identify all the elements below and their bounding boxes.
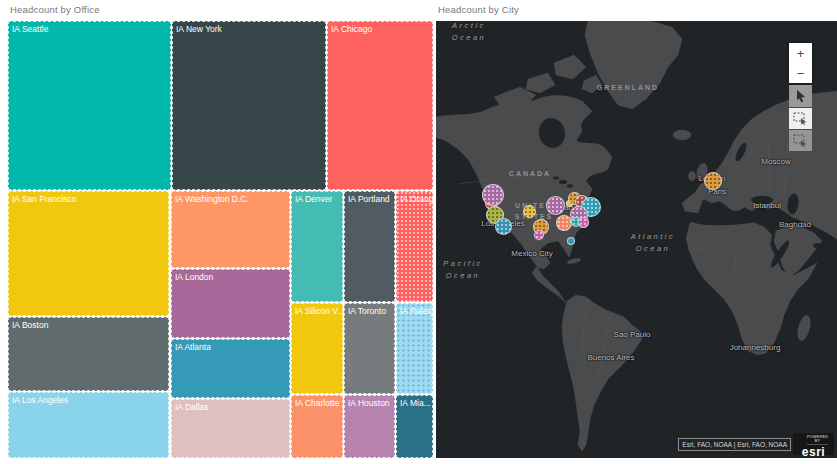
treemap-tile-label: IA Raleigh: [396, 303, 433, 316]
treemap-tile-label: IA Silicon V...: [291, 303, 343, 316]
treemap-tile-ia-silicon-v[interactable]: IA Silicon V...: [291, 303, 343, 394]
treemap-title: Headcount by Office: [8, 4, 433, 19]
treemap-tile-ia-houston[interactable]: IA Houston: [344, 395, 395, 458]
zoom-in-button[interactable]: +: [789, 43, 812, 63]
bubble-florida-blue[interactable]: [567, 237, 575, 245]
treemap-tile-label: IA Mia...: [396, 395, 433, 408]
treemap-tile-label: IA Denver: [291, 191, 343, 204]
treemap-tile-ia-denver[interactable]: IA Denver: [291, 191, 343, 302]
treemap-tile-ia-los-angeles[interactable]: IA Los Angeles: [8, 392, 169, 458]
treemap-tile-label: IA Chicago: [327, 21, 433, 34]
treemap-tile-ia-orang[interactable]: IA Orang...: [396, 191, 433, 302]
treemap-tile-ia-dallas[interactable]: IA Dallas: [171, 399, 290, 458]
treemap-tile-ia-toronto[interactable]: IA Toronto: [344, 303, 395, 394]
treemap-tile-ia-raleigh[interactable]: IA Raleigh: [396, 303, 433, 394]
report-canvas: Headcount by Office IA SeattleIA New Yor…: [0, 0, 837, 464]
bubble-east-magenta[interactable]: [578, 217, 589, 228]
treemap-tile-label: IA Washington D.C.: [171, 191, 290, 204]
zoom-out-button[interactable]: −: [789, 63, 812, 83]
map-area[interactable]: Arctic OceanGREENLANDCANADAUNITED STATES…: [436, 21, 837, 458]
treemap-tile-ia-mia[interactable]: IA Mia...: [396, 395, 433, 458]
treemap-tile-label: IA Atlanta: [171, 339, 290, 352]
treemap-tile-label: IA San Francisco: [8, 191, 169, 204]
treemap-tile-label: IA Los Angeles: [8, 392, 169, 405]
map-visual: Headcount by City: [436, 4, 837, 460]
bubble-mountain-yellow[interactable]: [523, 205, 536, 218]
map-zoom-controls: + −: [789, 43, 812, 83]
treemap-tile-label: IA Houston: [344, 395, 395, 408]
bubble-midwest-purple[interactable]: [546, 196, 565, 215]
treemap-tile-ia-new-york[interactable]: IA New York: [172, 21, 326, 190]
esri-logo: POWERED BY esri: [793, 433, 834, 455]
treemap-tile-label: IA London: [171, 269, 290, 282]
world-landmass: [436, 21, 837, 458]
treemap-tile-label: IA Seattle: [8, 21, 171, 34]
bubble-seattle-purple[interactable]: [482, 184, 504, 206]
treemap-tile-ia-boston[interactable]: IA Boston: [8, 317, 169, 391]
cursor-arrow-icon: [795, 89, 807, 103]
treemap-tile-label: IA Charlotte: [291, 395, 343, 408]
treemap-tile-ia-washington-d-c[interactable]: IA Washington D.C.: [171, 191, 290, 268]
treemap-tile-label: IA Dallas: [171, 399, 290, 412]
box-select-faded-icon: [793, 134, 808, 147]
treemap-tile-label: IA New York: [172, 21, 326, 34]
treemap-tile-ia-seattle[interactable]: IA Seattle: [8, 21, 171, 190]
treemap-tile-ia-portland[interactable]: IA Portland: [344, 191, 395, 302]
box-select-icon: [793, 112, 808, 125]
treemap-tile-ia-atlanta[interactable]: IA Atlanta: [171, 339, 290, 398]
esri-powered-by-label: POWERED BY: [807, 435, 828, 445]
treemap-tile-label: IA Portland: [344, 191, 395, 204]
map-attribution: Esri, FAO, NOAA | Esri, FAO, NOAA: [678, 438, 791, 451]
map-tool-buttons: [789, 85, 812, 151]
treemap-tile-ia-london[interactable]: IA London: [171, 269, 290, 338]
treemap-tile-ia-charlotte[interactable]: IA Charlotte: [291, 395, 343, 458]
treemap-tile-ia-chicago[interactable]: IA Chicago: [327, 21, 433, 190]
treemap-tile-ia-san-francisco[interactable]: IA San Francisco: [8, 191, 169, 316]
treemap-tile-label: IA Boston: [8, 317, 169, 330]
bubble-south-magenta[interactable]: [534, 230, 544, 240]
esri-logo-text: esri: [793, 445, 834, 458]
treemap-tile-label: IA Toronto: [344, 303, 395, 316]
bubble-west-steelblue[interactable]: [495, 218, 512, 235]
box-select-secondary-tool-button[interactable]: [789, 130, 812, 151]
box-select-tool-button[interactable]: [789, 108, 812, 129]
select-tool-button[interactable]: [789, 85, 812, 107]
treemap-tile-label: IA Orang...: [396, 191, 433, 204]
map-title: Headcount by City: [436, 4, 837, 19]
treemap-tiles: IA SeattleIA New YorkIA ChicagoIA San Fr…: [8, 21, 433, 458]
treemap-visual: Headcount by Office IA SeattleIA New Yor…: [8, 4, 433, 460]
bubble-london-orange[interactable]: [704, 172, 722, 190]
bubble-southeast-salmon[interactable]: [556, 215, 572, 231]
